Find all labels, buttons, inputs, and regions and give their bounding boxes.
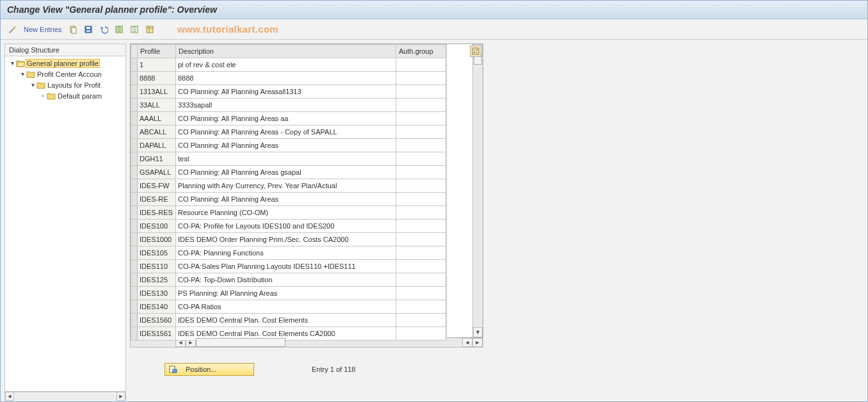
table-row[interactable]: GSAPALLCO Planning: All Planning Areas g… — [131, 166, 446, 179]
table-row[interactable]: IDES-FWPlanning with Any Currency, Prev.… — [131, 179, 446, 193]
row-selector[interactable] — [131, 99, 138, 112]
scroll-down-icon[interactable]: ▼ — [473, 327, 483, 337]
cell-authgroup[interactable] — [396, 152, 446, 166]
cell-description[interactable]: 8888 — [175, 72, 396, 85]
cell-description[interactable]: CO-PA Ratios — [175, 300, 396, 314]
cell-authgroup[interactable] — [396, 99, 446, 112]
cell-description[interactable]: CO Planning: All Planning Areas aa — [175, 112, 396, 125]
cell-profile[interactable]: IDES140 — [137, 300, 175, 314]
save-icon[interactable] — [82, 23, 95, 36]
cell-profile[interactable]: 33ALL — [137, 99, 175, 112]
expand-icon[interactable]: • — [40, 93, 46, 98]
cell-description[interactable]: CO Planning: All Planning Areas gsapal — [175, 166, 396, 179]
cell-authgroup[interactable] — [396, 58, 446, 72]
cell-authgroup[interactable] — [396, 166, 446, 179]
cell-description[interactable]: CO-PA: Top-Down Distribution — [175, 273, 396, 287]
row-selector[interactable] — [131, 273, 138, 287]
tree-node[interactable]: ▾Layouts for Profit — [5, 79, 125, 90]
table-config-icon[interactable] — [470, 45, 481, 57]
row-selector[interactable] — [131, 166, 138, 179]
scrollbar-thumb[interactable] — [196, 338, 285, 347]
cell-profile[interactable]: IDES105 — [137, 246, 175, 260]
table-row[interactable]: AAALLCO Planning: All Planning Areas aa — [131, 112, 446, 125]
select-all-icon[interactable] — [113, 23, 125, 36]
cell-description[interactable]: test — [175, 152, 396, 166]
cell-authgroup[interactable] — [396, 233, 446, 246]
cell-profile[interactable]: IDES1560 — [137, 314, 175, 327]
cell-authgroup[interactable] — [396, 206, 446, 220]
cell-description[interactable]: 3333sapall — [175, 99, 396, 112]
cell-authgroup[interactable] — [396, 273, 446, 287]
cell-profile[interactable]: AAALL — [137, 112, 175, 125]
cell-authgroup[interactable] — [396, 220, 446, 233]
undo-icon[interactable] — [97, 23, 110, 36]
cell-profile[interactable]: 1313ALL — [137, 85, 175, 99]
cell-profile[interactable]: IDES100 — [137, 220, 175, 233]
table-row[interactable]: IDES110CO-PA:Sales Plan Planning Layouts… — [131, 260, 446, 273]
cell-authgroup[interactable] — [396, 179, 446, 193]
table-row[interactable]: 1313ALLCO Planning: All Planning Areasal… — [131, 85, 446, 99]
cell-authgroup[interactable] — [396, 300, 446, 314]
row-selector[interactable] — [131, 112, 138, 125]
copy-icon[interactable] — [67, 23, 79, 36]
table-row[interactable]: 1pl of rev & cost ele — [131, 58, 446, 72]
table-row[interactable]: IDES105CO-PA: Planning Functions — [131, 246, 446, 260]
cell-authgroup[interactable] — [396, 125, 446, 139]
scroll-right-icon[interactable]: ► — [472, 338, 483, 347]
tree-horizontal-scrollbar[interactable]: ◄ ► — [5, 391, 125, 400]
row-selector[interactable] — [131, 220, 138, 233]
cell-profile[interactable]: IDES1561 — [137, 327, 175, 341]
cell-description[interactable]: CO-PA: Planning Functions — [175, 246, 396, 260]
table-row[interactable]: DAPALLCO Planning: All Planning Areas — [131, 139, 446, 152]
cell-profile[interactable]: IDES-FW — [137, 179, 175, 193]
cell-description[interactable]: IDES DEMO Central Plan. Cost Elements — [175, 314, 396, 327]
column-header-description[interactable]: Description — [175, 45, 396, 58]
row-selector[interactable] — [131, 206, 138, 220]
column-header-profile[interactable]: Profile — [137, 45, 175, 58]
row-selector[interactable] — [131, 233, 138, 246]
row-selector[interactable] — [131, 193, 138, 206]
cell-authgroup[interactable] — [396, 246, 446, 260]
table-row[interactable]: IDES125CO-PA: Top-Down Distribution — [131, 273, 446, 287]
cell-profile[interactable]: GSAPALL — [137, 166, 175, 179]
cell-description[interactable]: PS Planning: All Planning Areas — [175, 287, 396, 300]
new-entries-button[interactable]: New Entries — [21, 26, 64, 33]
table-row[interactable]: IDES1000IDES DEMO Order Planning Prim./S… — [131, 233, 446, 246]
row-selector[interactable] — [131, 287, 138, 300]
row-selector[interactable] — [131, 58, 138, 72]
table-row[interactable]: IDES100CO-PA: Profile for Layouts IDES10… — [131, 220, 446, 233]
cell-profile[interactable]: ABCALL — [137, 125, 175, 139]
scroll-left-icon[interactable]: ◄ — [462, 338, 472, 347]
cell-authgroup[interactable] — [396, 112, 446, 125]
wand-icon[interactable] — [6, 23, 19, 36]
cell-authgroup[interactable] — [396, 85, 446, 99]
cell-profile[interactable]: 8888 — [137, 72, 175, 85]
cell-description[interactable]: pl of rev & cost ele — [175, 58, 396, 72]
cell-description[interactable]: CO Planning: All Planning Areas - Copy o… — [175, 125, 396, 139]
column-header-authgroup[interactable]: Auth.group — [396, 45, 446, 58]
cell-profile[interactable]: 1 — [137, 58, 175, 72]
cell-description[interactable]: CO-PA:Sales Plan Planning Layouts IDES11… — [175, 260, 396, 273]
cell-profile[interactable]: IDES1000 — [137, 233, 175, 246]
tree-node[interactable]: ▾General planner profile — [5, 58, 125, 68]
cell-profile[interactable]: IDES-RE — [137, 193, 175, 206]
table-settings-icon[interactable] — [143, 23, 156, 36]
tree-node[interactable]: •Default param — [5, 90, 125, 101]
cell-authgroup[interactable] — [396, 287, 446, 300]
cell-authgroup[interactable] — [396, 139, 446, 152]
table-row[interactable]: IDES130PS Planning: All Planning Areas — [131, 287, 446, 300]
row-selector[interactable] — [131, 260, 138, 273]
cell-profile[interactable]: IDES130 — [137, 287, 175, 300]
cell-description[interactable]: CO Planning: All Planning Areas — [175, 193, 396, 206]
row-selector[interactable] — [131, 85, 138, 99]
scroll-left-icon[interactable]: ◄ — [5, 392, 14, 401]
cell-profile[interactable]: DAPALL — [137, 139, 175, 152]
collapse-icon[interactable]: ▾ — [29, 81, 36, 88]
cell-description[interactable]: IDES DEMO Order Planning Prim./Sec. Cost… — [175, 233, 396, 246]
tree-node[interactable]: ▾Profit Center Accoun — [5, 68, 125, 79]
cell-authgroup[interactable] — [396, 260, 446, 273]
table-row[interactable]: ABCALLCO Planning: All Planning Areas - … — [131, 125, 446, 139]
vertical-scrollbar[interactable]: ▲ ▼ — [472, 44, 483, 337]
table-row[interactable]: IDES140CO-PA Ratios — [131, 300, 446, 314]
row-selector[interactable] — [131, 125, 138, 139]
